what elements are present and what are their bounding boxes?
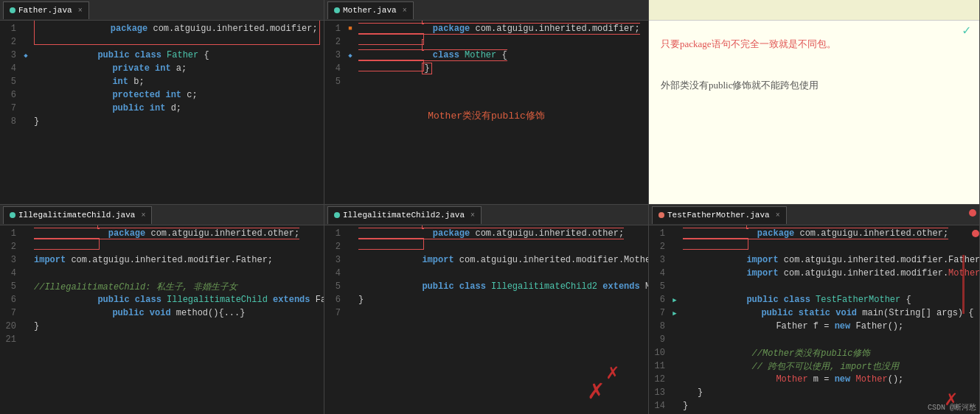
info-tab-bar [649,0,979,21]
illegitimate-code-area: 1 package com.atguigu.inherited.other; 2… [0,225,324,414]
line-row: 7 public int d; [0,102,324,115]
line-number: 3 [324,50,345,60]
big-error-x-1: ✗ [606,359,619,385]
test-code-area: 1 package com.atguigu.inherited.other; 2… [649,225,979,414]
illegitimate2-code-body: 1 package com.atguigu.inherited.other; 2… [324,225,648,414]
line-row: 4 [0,267,324,280]
boxed-code: } [422,63,431,74]
test-tab-bar: TestFatherMother.java × [649,205,979,225]
spacer [661,59,967,71]
tab-close-illegitimate2[interactable]: × [470,211,475,220]
tab-dot-illegitimate2 [334,212,340,218]
tab-close-illegitimate[interactable]: × [141,211,145,220]
tab-mother-java[interactable]: Mother.java × [327,1,414,19]
line-number: 1 [0,228,21,239]
line-row: 4 import com.atguigu.inherited.modifier.… [649,267,979,280]
line-row: 5 public class IllegalitimateChild2 exte… [324,280,648,293]
line-number: 5 [0,77,21,87]
line-code: //Mother类没有public修饰 [680,347,979,359]
line-number: 20 [0,321,21,331]
line-row: 21 [0,333,324,346]
tab-dot-mother [334,7,340,13]
line-number: 7 [0,308,21,318]
line-row: 13 } [649,386,979,399]
illegitimate-child-tab-bar: IllegalitimateChild.java × [0,205,324,225]
line-number: 12 [649,374,670,385]
test-father-mother-panel: TestFatherMother.java × 1 package com.at… [649,205,980,414]
line-row: 8 Father f = new Father(); [649,320,979,333]
line-code: import com.atguigu.inherited.modifier.Fa… [31,255,324,265]
line-number: 6 [649,295,670,305]
mother-java-panel: Mother.java × 1 ■ package com.atguigu.in… [324,0,649,204]
line-code: } [680,387,979,398]
line-row: 1 package com.atguigu.inherited.other; [324,227,648,240]
line-number: 3 [0,50,21,60]
line-row: 1 package com.atguigu.inherited.other; [0,227,324,240]
line-number: 6 [324,295,345,305]
mother-code-body: 1 ■ package com.atguigu.inherited.modifi… [324,21,648,204]
line-number: 1 [324,228,345,239]
line-number: 2 [324,37,345,47]
line-row: 20 } [0,320,324,333]
tab-dot-father [10,7,15,13]
checkmark-icon: ✓ [962,22,970,38]
tab-close-test[interactable]: × [776,211,780,220]
father-code-body: 1 package com.atguigu.inherited.modifier… [0,21,324,204]
tab-label-illegitimate: IllegalitimateChild.java [18,211,135,220]
line-number: 8 [0,116,21,127]
tab-close-mother[interactable]: × [403,7,407,15]
line-code: Father f = new Father(); [680,311,979,342]
illegitimate-child2-panel: IllegalitimateChild2.java × 1 package co… [324,205,649,414]
tab-close-father[interactable]: × [78,7,83,15]
line-number: 8 [649,321,670,331]
line-row: 10 //Mother类没有public修饰 [649,346,979,359]
tab-label-father: Father.java [18,6,72,15]
line-number: 1 [649,228,670,239]
line-number: 4 [324,63,345,74]
line-number: 6 [0,295,21,305]
line-marker: ■ [345,25,355,32]
line-row: 7 [324,306,648,320]
line-number: 2 [0,242,21,252]
note-line-1: 只要package语句不完全一致就是不同包。 [661,35,967,53]
line-number: 4 [324,268,345,278]
tab-label-illegitimate2: IllegalitimateChild2.java [343,211,465,220]
big-error-x-2: ✗ [588,374,604,407]
line-code: } [31,116,324,127]
line-number: 9 [649,334,670,345]
line-number: 11 [649,361,670,371]
line-number: 2 [324,242,345,252]
line-number: 7 [324,308,345,318]
line-number: 3 [324,255,345,265]
line-number: 5 [324,77,345,87]
tab-label-test: TestFatherMother.java [667,211,770,220]
line-marker: ◆ [21,52,31,60]
csdn-watermark: CSDN @断河愁 [928,402,976,413]
father-java-panel: Father.java × 1 package com.atguigu.inhe… [0,0,324,204]
line-number: 4 [0,268,21,278]
line-marker: ▶ [670,309,680,317]
line-code: } [355,295,648,305]
tab-illegitimate-child2[interactable]: IllegalitimateChild2.java × [327,206,482,224]
line-row: 3 import com.atguigu.inherited.modifier.… [0,253,324,267]
line-number: 1 [0,24,21,34]
mother-code-area: 1 ■ package com.atguigu.inherited.modifi… [324,21,648,204]
illegitimate2-code-area: 1 package com.atguigu.inherited.other; 2… [324,225,648,414]
tab-test-father-mother[interactable]: TestFatherMother.java × [652,206,787,224]
tab-father-java[interactable]: Father.java × [3,1,89,19]
line-number: 7 [0,103,21,113]
illegitimate-child2-tab-bar: IllegalitimateChild2.java × [324,205,648,225]
father-tab-bar: Father.java × [0,0,324,21]
boxed-code: package com.atguigu.inherited.other; [34,225,299,250]
tab-illegitimate-child[interactable]: IllegalitimateChild.java × [3,206,152,224]
illegitimate-code-body: 1 package com.atguigu.inherited.other; 2… [0,225,324,414]
line-number: 2 [649,242,670,252]
info-panel: 只要package语句不完全一致就是不同包。 外部类没有public修饰就不能跨… [649,0,980,204]
line-number: 3 [0,255,21,265]
line-number: 3 [649,255,670,265]
line-number: 7 [649,308,670,318]
line-number: 5 [0,281,21,292]
line-number: 5 [324,281,345,292]
mother-note: Mother类没有public修饰 [324,103,648,128]
line-code: import com.atguigu.inherited.modifier.Mo… [680,258,979,289]
